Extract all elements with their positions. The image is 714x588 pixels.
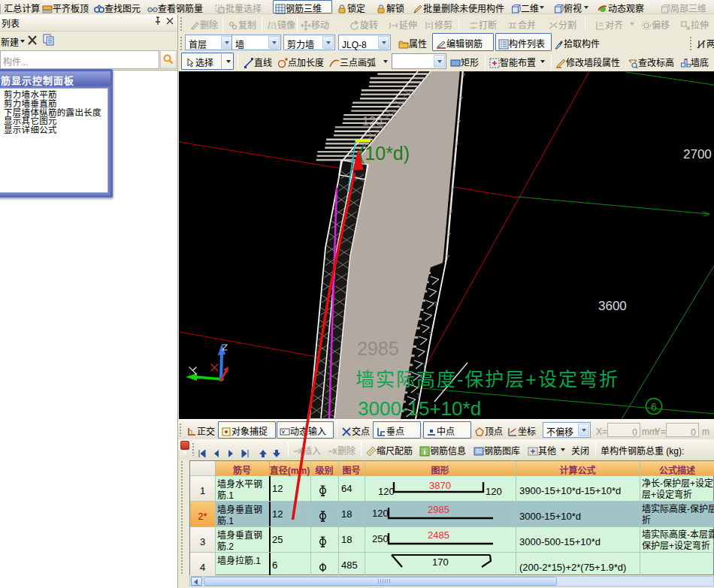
svg-text:2700: 2700 — [683, 147, 712, 161]
svg-text:120: 120 — [372, 505, 389, 520]
svg-text:120: 120 — [378, 484, 395, 498]
svg-text:7: 7 — [434, 299, 437, 309]
svg-text:7: 7 — [450, 185, 454, 194]
svg-text:2485: 2485 — [428, 527, 449, 541]
svg-text:3600: 3600 — [598, 299, 627, 313]
svg-text:6: 6 — [651, 399, 657, 414]
svg-text:墙实际高度-保护层+设定弯折: 墙实际高度-保护层+设定弯折 — [355, 364, 619, 391]
svg-text:7: 7 — [447, 230, 451, 240]
svg-text:7: 7 — [449, 207, 452, 217]
svg-text:7: 7 — [455, 140, 458, 149]
svg-text:250: 250 — [372, 531, 389, 545]
svg-text:3870: 3870 — [429, 478, 451, 492]
svg-text:120: 120 — [486, 484, 502, 498]
svg-text:170: 170 — [432, 554, 449, 568]
svg-text:7: 7 — [446, 252, 449, 262]
svg-text:2985: 2985 — [357, 338, 399, 359]
svg-text:3000-15+10*d: 3000-15+10*d — [358, 397, 481, 419]
svg-text:7: 7 — [452, 162, 456, 172]
svg-text:2985: 2985 — [428, 502, 449, 516]
svg-text:7: 7 — [457, 117, 461, 127]
svg-text:7: 7 — [461, 71, 465, 80]
svg-text:(10*d): (10*d) — [359, 143, 410, 164]
svg-text:7: 7 — [459, 94, 463, 104]
svg-text:7: 7 — [428, 329, 432, 339]
